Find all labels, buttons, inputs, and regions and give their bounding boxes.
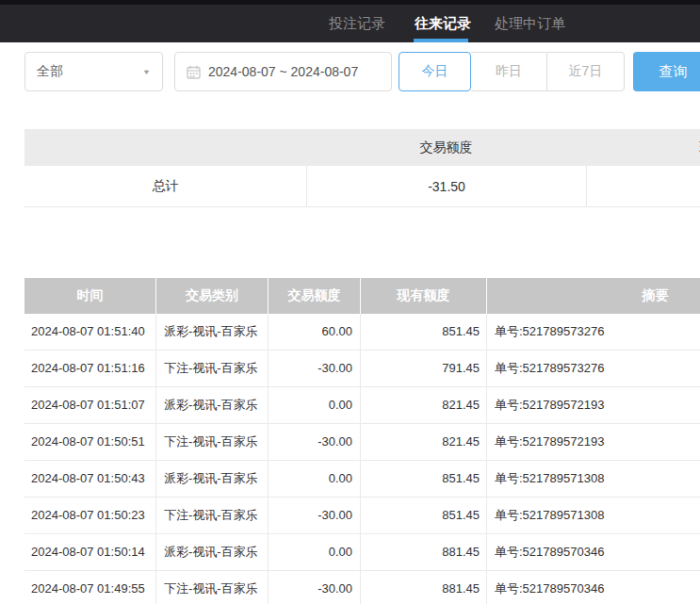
cell-balance: 881.45 [360, 534, 486, 570]
header-balance: 现有额度 [360, 278, 486, 314]
tab-betting-records[interactable]: 投注记录 [329, 5, 385, 42]
records-table-body: 2024-08-07 01:51:40 派彩-视讯-百家乐 60.00 851.… [24, 314, 700, 604]
cell-amount: 0.00 [268, 387, 360, 423]
table-row: 2024-08-07 01:50:14 派彩-视讯-百家乐 0.00 881.4… [24, 534, 700, 571]
chevron-down-icon: ▼ [142, 68, 151, 76]
summary-table: 交易额度 现有额度 总计 -31.50 [24, 129, 700, 207]
cell-type: 下注-视讯-百家乐 [155, 498, 268, 533]
summary-header-row: 交易额度 现有额度 [24, 129, 700, 166]
quick-range-yesterday-button[interactable]: 昨日 [471, 52, 546, 91]
records-table-header: 时间 交易类别 交易额度 现有额度 摘要 [24, 278, 700, 314]
cell-amount: -30.00 [268, 498, 360, 533]
header-amount: 交易额度 [268, 278, 360, 314]
cell-amount: -30.00 [268, 571, 360, 604]
cell-balance: 881.45 [360, 571, 486, 604]
cell-type: 派彩-视讯-百家乐 [155, 461, 268, 497]
cell-summary: 单号:521789572193 [486, 424, 700, 460]
date-range-input[interactable]: 2024-08-07 ~ 2024-08-07 [174, 52, 392, 91]
tab-transaction-records[interactable]: 往来记录 [415, 5, 471, 42]
cell-type: 下注-视讯-百家乐 [155, 424, 268, 460]
quick-range-today-button[interactable]: 今日 [399, 52, 471, 91]
cell-time: 2024-08-07 01:50:43 [24, 461, 155, 497]
top-navbar: 投注记录 往来记录 处理中订单 [0, 5, 700, 42]
cell-amount: 0.00 [268, 461, 360, 497]
summary-header-balance: 现有额度 [586, 139, 700, 156]
table-row: 2024-08-07 01:50:51 下注-视讯-百家乐 -30.00 821… [24, 424, 700, 461]
cell-amount: 0.00 [268, 534, 360, 570]
header-time: 时间 [24, 278, 155, 314]
cell-time: 2024-08-07 01:50:23 [24, 498, 155, 533]
cell-summary: 单号:521789572193 [486, 387, 700, 423]
summary-total-label: 总计 [24, 166, 306, 206]
table-row: 2024-08-07 01:49:55 下注-视讯-百家乐 -30.00 881… [24, 571, 700, 604]
quick-range-last7days-button[interactable]: 近7日 [546, 52, 625, 91]
cell-type: 派彩-视讯-百家乐 [155, 387, 268, 423]
cell-time: 2024-08-07 01:51:16 [24, 351, 155, 386]
cell-type: 下注-视讯-百家乐 [155, 351, 268, 386]
cell-type: 派彩-视讯-百家乐 [155, 534, 268, 570]
cell-amount: -30.00 [268, 424, 360, 460]
cell-balance: 851.45 [360, 314, 486, 350]
type-select[interactable]: 全部 ▼ [24, 52, 163, 91]
cell-summary: 单号:521789571308 [486, 498, 700, 533]
cell-balance: 791.45 [360, 351, 486, 386]
cell-balance: 821.45 [360, 424, 486, 460]
cell-balance: 851.45 [360, 498, 486, 533]
type-select-value: 全部 [37, 63, 63, 80]
cell-balance: 851.45 [360, 461, 486, 497]
summary-total-amount: -31.50 [306, 166, 586, 206]
cell-amount: -30.00 [268, 351, 360, 386]
header-summary: 摘要 [486, 278, 700, 314]
table-row: 2024-08-07 01:51:40 派彩-视讯-百家乐 60.00 851.… [24, 314, 700, 351]
cell-time: 2024-08-07 01:51:07 [24, 387, 155, 423]
cell-type: 派彩-视讯-百家乐 [155, 314, 268, 350]
summary-header-amount: 交易额度 [306, 139, 586, 156]
cell-summary: 单号:521789573276 [486, 314, 700, 350]
table-row: 2024-08-07 01:50:23 下注-视讯-百家乐 -30.00 851… [24, 498, 700, 534]
header-type: 交易类别 [155, 278, 268, 314]
cell-summary: 单号:521789570346 [486, 534, 700, 570]
cell-time: 2024-08-07 01:50:51 [24, 424, 155, 460]
cell-amount: 60.00 [268, 314, 360, 350]
date-range-value: 2024-08-07 ~ 2024-08-07 [208, 64, 358, 79]
cell-time: 2024-08-07 01:50:14 [24, 534, 155, 570]
calendar-icon [187, 65, 201, 79]
cell-balance: 821.45 [360, 387, 486, 423]
query-button[interactable]: 查询 [633, 52, 700, 91]
summary-total-row: 总计 -31.50 [24, 166, 700, 207]
tab-processing-orders[interactable]: 处理中订单 [495, 5, 565, 42]
cell-summary: 单号:521789573276 [486, 351, 700, 386]
cell-time: 2024-08-07 01:49:55 [24, 571, 155, 604]
cell-time: 2024-08-07 01:51:40 [24, 314, 155, 350]
cell-type: 下注-视讯-百家乐 [155, 571, 268, 604]
cell-summary: 单号:521789570346 [486, 571, 700, 604]
table-row: 2024-08-07 01:50:43 派彩-视讯-百家乐 0.00 851.4… [24, 461, 700, 498]
records-table: 时间 交易类别 交易额度 现有额度 摘要 2024-08-07 01:51:40… [24, 278, 700, 604]
active-tab-indicator [414, 39, 468, 42]
cell-summary: 单号:521789571308 [486, 461, 700, 497]
records-page: 投注记录 往来记录 处理中订单 全部 ▼ 2024-08-07 ~ 2024-0… [0, 0, 700, 604]
table-row: 2024-08-07 01:51:16 下注-视讯-百家乐 -30.00 791… [24, 351, 700, 387]
quick-range-group: 今日 昨日 近7日 [399, 52, 625, 91]
table-row: 2024-08-07 01:51:07 派彩-视讯-百家乐 0.00 821.4… [24, 387, 700, 424]
summary-total-extra [586, 166, 700, 206]
